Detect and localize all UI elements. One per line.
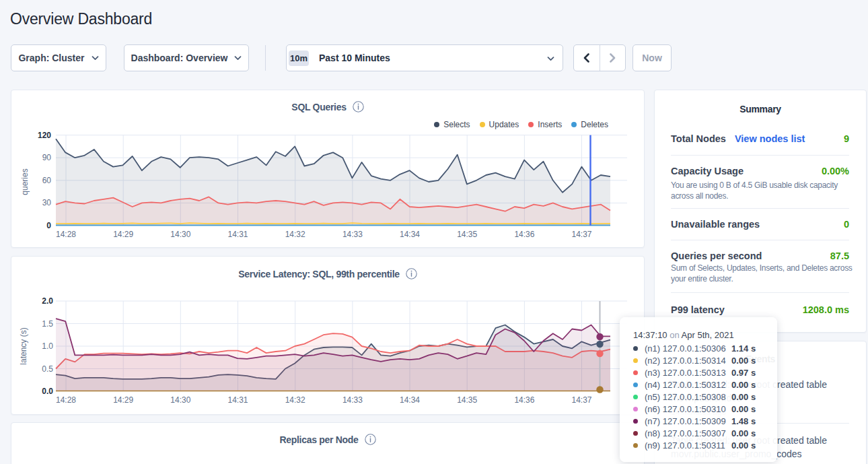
svg-text:14:33: 14:33 (342, 395, 363, 405)
svg-text:1.0: 1.0 (42, 341, 53, 351)
svg-text:14:30: 14:30 (170, 230, 190, 239)
svg-text:latency (s): latency (s) (19, 327, 28, 364)
svg-text:0: 0 (46, 221, 51, 230)
svg-text:14:34: 14:34 (400, 230, 420, 239)
svg-text:60: 60 (42, 176, 52, 185)
svg-text:queries: queries (20, 168, 30, 195)
svg-text:0.5: 0.5 (42, 364, 53, 374)
svg-text:14:36: 14:36 (514, 230, 534, 239)
svg-text:14:31: 14:31 (227, 395, 248, 405)
svg-text:14:37: 14:37 (571, 230, 591, 239)
svg-text:14:32: 14:32 (285, 395, 305, 405)
svg-text:14:28: 14:28 (56, 395, 76, 405)
svg-text:14:32: 14:32 (285, 230, 305, 239)
svg-text:30: 30 (42, 198, 52, 207)
svg-text:14:28: 14:28 (56, 230, 76, 239)
svg-text:14:31: 14:31 (227, 230, 248, 239)
svg-text:1.5: 1.5 (42, 319, 53, 329)
svg-text:120: 120 (38, 131, 51, 140)
svg-text:2.0: 2.0 (42, 296, 53, 306)
svg-text:14:30: 14:30 (170, 395, 190, 405)
svg-text:14:36: 14:36 (514, 395, 534, 405)
svg-text:14:33: 14:33 (342, 230, 363, 239)
svg-text:90: 90 (42, 153, 52, 162)
svg-text:14:29: 14:29 (113, 230, 133, 239)
svg-text:14:37: 14:37 (571, 395, 591, 405)
svg-text:0.0: 0.0 (42, 387, 53, 396)
svg-text:14:34: 14:34 (400, 395, 420, 405)
svg-text:14:35: 14:35 (457, 395, 477, 405)
svg-text:14:29: 14:29 (113, 395, 133, 405)
svg-text:14:35: 14:35 (457, 230, 477, 239)
